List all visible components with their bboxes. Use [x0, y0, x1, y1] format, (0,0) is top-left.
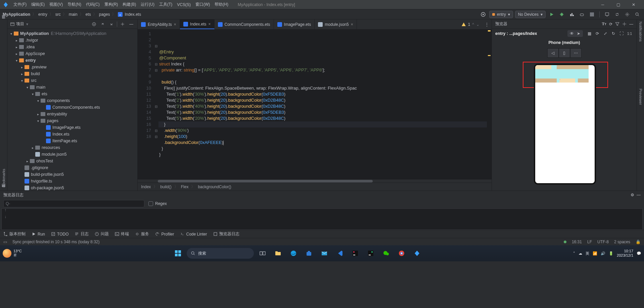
- editor-body[interactable]: 123456789101112131415161718 ⊟⊟⊟⊟⊟⊟ @Entr…: [138, 30, 492, 179]
- breadcrumb-file[interactable]: Index.ets: [125, 12, 141, 17]
- menu-refactor[interactable]: 重构(R): [102, 1, 120, 8]
- tray-wifi-icon[interactable]: 📶: [593, 251, 597, 256]
- breadcrumb-root[interactable]: MyApplication: [3, 12, 30, 17]
- sync-icon[interactable]: [613, 10, 621, 18]
- panel-hide-icon[interactable]: —: [128, 21, 135, 28]
- project-tree[interactable]: ▾MyApplicationE:\HarmonyOS\MyApplication…: [7, 29, 137, 191]
- editor-more-icon[interactable]: ⋮: [485, 22, 489, 27]
- toolwindow-bookmarks-tab[interactable]: Bookmarks: [2, 169, 6, 187]
- fold-gutter[interactable]: ⊟⊟⊟⊟⊟⊟: [154, 30, 158, 179]
- device-preview[interactable]: 1 2 3 4 5: [534, 64, 596, 185]
- editor-inspections[interactable]: 1 ^⌄: [459, 19, 482, 29]
- tool-todo[interactable]: TODO: [51, 232, 68, 237]
- taskbar-intellij[interactable]: [349, 247, 362, 260]
- tool-previewlog[interactable]: 预览器日志: [213, 231, 239, 237]
- orientation-button[interactable]: ▯: [559, 48, 570, 58]
- filter-icon[interactable]: [615, 22, 619, 26]
- close-icon[interactable]: ×: [351, 22, 353, 27]
- log-search-input[interactable]: Q-: [3, 200, 144, 207]
- select-opened-file-icon[interactable]: [91, 21, 97, 28]
- eye-icon[interactable]: 👁: [569, 31, 575, 36]
- close-icon[interactable]: ×: [209, 22, 211, 27]
- tool-log[interactable]: 日志: [75, 231, 89, 237]
- grid-icon[interactable]: ▦: [586, 30, 593, 37]
- menu-nav[interactable]: 导航(N): [65, 1, 83, 8]
- expand-all-icon[interactable]: [99, 21, 106, 28]
- tool-terminal[interactable]: 终端: [115, 231, 129, 237]
- taskbar-chrome[interactable]: [395, 247, 408, 260]
- collapse-all-icon[interactable]: [108, 21, 115, 28]
- tab-modulejson[interactable]: module.json5×: [315, 19, 357, 29]
- search-everywhere-icon[interactable]: [633, 10, 641, 18]
- window-maximize[interactable]: ▢: [610, 0, 626, 9]
- stop-button[interactable]: [588, 10, 596, 18]
- status-indent[interactable]: 2 spaces: [614, 240, 630, 244]
- target-icon[interactable]: [479, 10, 487, 18]
- breadcrumb-ets[interactable]: ets: [86, 12, 91, 17]
- editor-hscrollbar[interactable]: [138, 179, 492, 183]
- settings-icon[interactable]: [623, 10, 631, 18]
- window-close[interactable]: ✕: [626, 0, 641, 9]
- log-output[interactable]: [1, 208, 643, 230]
- more-devices-button[interactable]: ⋯: [570, 48, 582, 58]
- taskbar-vscode[interactable]: [333, 247, 347, 260]
- attach-button[interactable]: [578, 10, 586, 18]
- tab-entryability[interactable]: EntryAbility.ts×: [138, 19, 180, 29]
- taskbar-taskview[interactable]: [256, 247, 269, 260]
- menu-file[interactable]: 文件(F): [11, 1, 29, 8]
- tool-codelinter[interactable]: Code Linter: [180, 232, 207, 237]
- prev-device-button[interactable]: ◁: [547, 48, 559, 58]
- fullscreen-icon[interactable]: ⛶: [618, 30, 625, 37]
- window-minimize[interactable]: ─: [595, 0, 610, 9]
- status-time[interactable]: 16:31: [572, 240, 582, 244]
- tray-expand-icon[interactable]: ˄: [573, 251, 575, 256]
- taskbar-edge[interactable]: [287, 247, 300, 260]
- oneone-icon[interactable]: 1:1: [626, 30, 633, 37]
- inspect-toggle[interactable]: 👁 ➤: [567, 30, 583, 37]
- panel-hide-icon[interactable]: —: [629, 22, 633, 27]
- start-button[interactable]: [171, 247, 185, 260]
- gear-icon[interactable]: [622, 22, 627, 26]
- font-icon[interactable]: TT: [602, 21, 606, 27]
- log-nav-arrows[interactable]: ↑↓: [2, 208, 9, 219]
- status-lock-icon[interactable]: 🔒: [636, 240, 641, 244]
- close-icon[interactable]: ×: [174, 22, 176, 27]
- breadcrumb-src[interactable]: src: [55, 12, 61, 17]
- run-button[interactable]: [548, 10, 556, 18]
- tray-notifications-icon[interactable]: 💬: [637, 251, 641, 256]
- status-events-icon[interactable]: ▭: [3, 240, 7, 244]
- taskbar-datagrip[interactable]: [364, 247, 377, 260]
- zoomout-icon[interactable]: ⤢: [602, 30, 609, 37]
- tool-services[interactable]: 服务: [135, 231, 149, 237]
- cursor-icon[interactable]: ➤: [576, 31, 582, 36]
- toolwindow-previewer-tab[interactable]: Previewer: [639, 89, 643, 105]
- device-manager-icon[interactable]: [603, 10, 611, 18]
- tool-profiler[interactable]: Profiler: [155, 232, 174, 237]
- editor-breadcrumb[interactable]: Index〉 build()〉 Flex〉 backgroundColor(): [138, 183, 492, 191]
- taskbar-mail[interactable]: [318, 247, 331, 260]
- rotate-icon[interactable]: ↻: [610, 30, 617, 37]
- tray-battery-icon[interactable]: 🔋: [609, 251, 613, 256]
- run-config-device[interactable]: No Devices▾: [515, 11, 546, 18]
- tray-onedrive-icon[interactable]: ☁: [579, 251, 582, 256]
- toolwindow-notifications-tab[interactable]: Notifications: [639, 21, 643, 42]
- debug-button[interactable]: [558, 10, 566, 18]
- tab-imagepage[interactable]: ImagePage.ets: [274, 19, 315, 29]
- taskbar-deveco[interactable]: [410, 247, 424, 260]
- status-eol[interactable]: LF: [587, 240, 592, 244]
- panel-hide-icon[interactable]: —: [637, 193, 641, 197]
- tool-run[interactable]: Run: [32, 232, 45, 237]
- breadcrumb-main[interactable]: main: [69, 12, 78, 17]
- tool-problems[interactable]: 问题: [95, 231, 109, 237]
- menu-build[interactable]: 构建(B): [121, 1, 138, 8]
- refresh-icon[interactable]: ⟳: [609, 22, 612, 27]
- taskbar-clock[interactable]: 10:172023/12/1: [617, 249, 633, 258]
- regex-checkbox[interactable]: Regex: [148, 201, 167, 206]
- tab-commoncomponents[interactable]: CommonComponents.ets: [215, 19, 274, 29]
- menu-code[interactable]: 代码(C): [84, 1, 102, 8]
- code-area[interactable]: @Entry @Component struct Index { private…: [158, 30, 487, 179]
- taskbar-search[interactable]: 搜索: [187, 248, 254, 259]
- reload-icon[interactable]: ⟳: [594, 30, 601, 37]
- taskbar-wechat[interactable]: [379, 247, 393, 260]
- menu-tools[interactable]: 工具(T): [157, 1, 174, 8]
